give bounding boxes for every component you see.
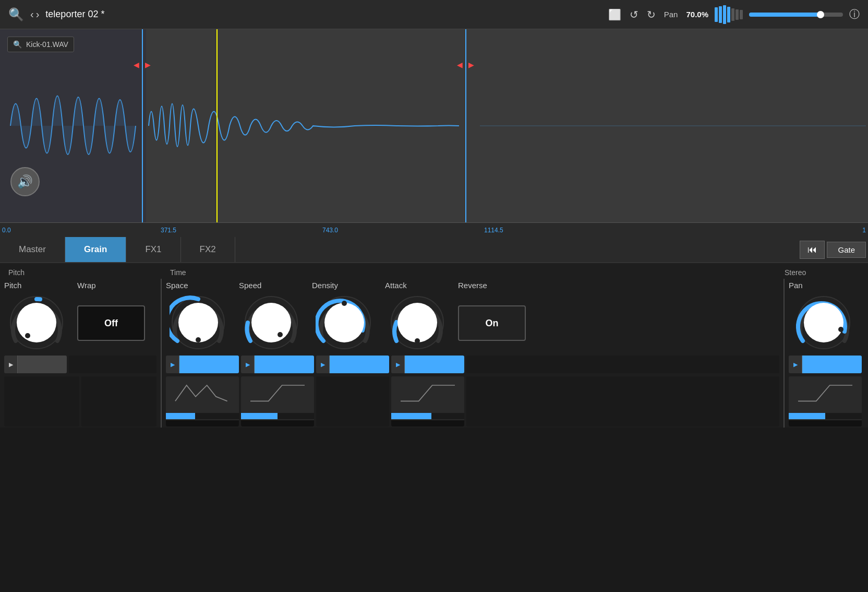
time-knobs-row: Space Speed [162,279,783,353]
pan-env-bar-bg [789,413,862,419]
space-knob[interactable] [170,294,227,351]
meter-bar-6 [736,9,739,20]
stereo-section-label: Stereo [780,268,864,277]
speed-mod-play[interactable]: ▶ [241,356,255,373]
preview-button[interactable]: 🔊 [10,167,40,196]
space-label: Space [166,281,231,290]
attack-env-cell[interactable] [391,376,464,427]
pan-knob-label: Pan [789,281,859,290]
meter-bar-2 [719,6,722,23]
nav-forward-button[interactable]: › [36,8,40,20]
loop-end-left-arrow[interactable]: ◀ [457,61,463,69]
tab-fx2[interactable]: FX2 [181,237,235,262]
ruler-tick-1: 371.5 [161,227,176,234]
loop-end-right-arrow[interactable]: ▶ [468,61,474,69]
waveform-filename: Kick-01.WAV [26,40,68,49]
speed-control: Speed [235,279,308,353]
svg-point-3 [17,303,56,342]
undo-icon[interactable]: ↺ [630,8,638,21]
density-knob[interactable] [316,294,373,351]
nav-buttons: ‹ › [30,8,39,20]
ruler-tick-2: 743.0 [322,227,338,234]
density-mod-cell: ▶ [316,356,389,373]
stereo-mod-row: ▶ [785,353,868,375]
speed-env-bar-fill [241,413,278,419]
pan-mod-cell: ▶ [789,356,862,373]
attack-mod-fill [405,356,464,373]
pan-env-bar-bg2 [789,420,862,427]
space-env-cell[interactable] [166,376,239,427]
ruler-tick-4: 1 [862,227,866,234]
svg-point-6 [178,303,218,342]
pan-value: 70.0% [686,10,708,19]
pitch-section: Pitch [0,279,162,428]
attack-env-bar-bg2 [391,420,464,427]
attack-env-bar-fill [391,413,431,419]
attack-knob[interactable] [389,294,446,351]
pitch-label: Pitch [4,281,69,290]
svg-point-19 [838,327,843,332]
tab-grain[interactable]: Grain [65,237,126,262]
pitch-mod-cell-2 [69,356,156,373]
stereo-env-row [785,375,868,428]
space-env-bar-fill [166,413,195,419]
top-bar: 🔍 ‹ › teleporter 02 * ⬜ ↺ ↻ Pan 70.0% ⓘ [0,0,868,29]
speed-mod-fill [255,356,314,373]
wrap-toggle-button[interactable]: Off [77,305,145,341]
space-mod-play[interactable]: ▶ [166,356,179,373]
speed-knob[interactable] [243,294,300,351]
redo-icon[interactable]: ↻ [647,8,656,21]
space-env-bar-bg2 [166,420,239,427]
svg-point-9 [251,303,291,342]
nav-back-button[interactable]: ‹ [30,8,34,20]
pan-knob-control[interactable] [795,294,852,351]
loop-start-right-arrow[interactable]: ▶ [145,61,151,69]
waveform-svg [0,29,868,222]
pitch-mod-fill-1 [18,356,67,373]
density-label: Density [312,281,377,290]
timeline-ruler: 0.0 371.5 743.0 1114.5 1 [0,222,868,237]
speed-env-bar-bg [241,413,314,419]
space-env-bar-bg [166,413,239,419]
reverse-toggle-button[interactable]: On [458,305,526,341]
pitch-env-cell-1 [4,376,79,427]
end-marker-line [465,29,466,222]
pitch-mod-cell-1: ▶ [4,356,67,373]
pitch-knob[interactable] [8,294,65,351]
search-icon[interactable]: 🔍 [8,7,24,22]
file-search[interactable]: 🔍 Kick-01.WAV [7,37,74,52]
density-mod-play[interactable]: ▶ [316,356,330,373]
space-mod-fill [179,356,239,373]
attack-mod-cell: ▶ [391,356,464,373]
density-control: Density [308,279,381,353]
pan-mod-fill [802,356,862,373]
waveform-area: 🔍 Kick-01.WAV ◀ ▶ ◀ ▶ 🔊 [0,29,868,222]
tab-fx1[interactable]: FX1 [126,237,180,262]
space-control: Space [162,279,235,353]
loop-start-left-arrow[interactable]: ◀ [134,61,139,69]
info-icon[interactable]: ⓘ [849,7,860,21]
meter-bar-1 [715,7,718,22]
tab-master[interactable]: Master [0,237,65,262]
speed-env-cell[interactable] [241,376,314,427]
ruler-tick-3: 1114.5 [484,227,503,234]
skip-button[interactable]: ⏮ [800,241,825,259]
section-labels: Pitch Time Stereo [0,268,868,279]
pitch-control: Pitch [0,279,73,353]
svg-point-4 [25,333,30,338]
window-icon[interactable]: ⬜ [608,8,621,21]
reverse-mod-cell [466,356,779,373]
time-section-label: Time [166,268,780,277]
svg-point-18 [804,303,843,342]
density-env-cell [316,376,389,427]
gate-button[interactable]: Gate [827,242,866,258]
pitch-mod-play-1[interactable]: ▶ [4,356,18,373]
density-mod-fill [330,356,389,373]
pan-env-bar-fill [789,413,825,419]
space-mod-cell: ▶ [166,356,239,373]
time-env-row [162,375,783,428]
pan-env-cell[interactable] [789,376,862,427]
pan-slider[interactable] [749,13,843,17]
attack-mod-play[interactable]: ▶ [391,356,405,373]
pan-mod-play[interactable]: ▶ [789,356,802,373]
